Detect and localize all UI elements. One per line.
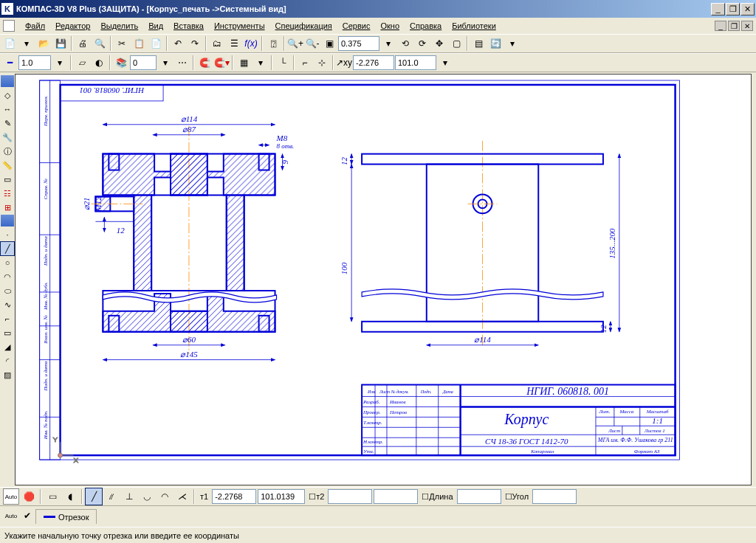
print-button[interactable]: 🖨: [75, 35, 91, 52]
t2-x-input[interactable]: [328, 489, 372, 504]
grid-button[interactable]: ▦: [236, 55, 252, 71]
linestyle-button[interactable]: ━: [1, 55, 18, 71]
dropdown-icon[interactable]: ▾: [380, 35, 396, 52]
zoom-input[interactable]: [338, 36, 379, 51]
layer-icon[interactable]: 📚: [113, 55, 129, 71]
seg-tangent2-button[interactable]: ◠: [157, 488, 173, 505]
snap-toggle-button[interactable]: 🧲: [196, 55, 213, 71]
symbols-tool[interactable]: ✎: [1, 117, 14, 130]
hatch-tool[interactable]: ▨: [1, 368, 14, 381]
params-tool[interactable]: ⓘ: [1, 145, 14, 158]
minimize-button[interactable]: _: [711, 3, 725, 15]
menu-insert[interactable]: Вставка: [169, 20, 208, 32]
dropdown-icon[interactable]: ▾: [18, 35, 35, 52]
seg-normal-button[interactable]: ╱: [86, 488, 102, 505]
t2-y-input[interactable]: [374, 489, 418, 504]
arc-tool[interactable]: ◠: [1, 270, 14, 283]
fillet-tool[interactable]: ◜: [1, 354, 14, 367]
length-checkbox[interactable]: ☐Длина: [419, 492, 455, 502]
angle-input[interactable]: [532, 489, 577, 504]
copy-button[interactable]: 📋: [131, 35, 147, 52]
t1-y-input[interactable]: [258, 489, 305, 504]
coord-mode-button[interactable]: ↗xy: [336, 55, 352, 71]
save-button[interactable]: 💾: [52, 35, 69, 52]
dimension-tool[interactable]: ↔: [1, 103, 14, 116]
menu-window[interactable]: Окно: [376, 20, 404, 32]
dropdown-icon[interactable]: ▾: [52, 55, 68, 71]
document-icon[interactable]: [3, 20, 15, 32]
spline-tool[interactable]: ∿: [1, 298, 14, 311]
zoom-next-button[interactable]: ⟳: [414, 35, 430, 52]
menu-view[interactable]: Вид: [144, 20, 168, 32]
dropdown-icon[interactable]: ▾: [252, 55, 269, 71]
menu-select[interactable]: Выделить: [96, 20, 142, 32]
autopanel-button[interactable]: Auto: [3, 508, 19, 524]
shade-button[interactable]: ◐: [91, 55, 107, 71]
manager-button[interactable]: 🗂: [209, 35, 225, 52]
linewidth-input[interactable]: [18, 55, 51, 70]
zoom-in-button[interactable]: 🔍+: [287, 35, 303, 52]
circle-tool[interactable]: ○: [1, 256, 14, 269]
assoc-tool[interactable]: ⊞: [1, 201, 14, 214]
tab-segment[interactable]: Отрезок: [35, 509, 97, 524]
dropdown-icon[interactable]: ▾: [437, 55, 453, 71]
length-input[interactable]: [457, 489, 501, 504]
geometry-tool[interactable]: ◇: [1, 89, 14, 102]
line-tool[interactable]: ╱: [1, 242, 14, 255]
point-tool[interactable]: ·: [1, 228, 14, 241]
stop-button[interactable]: 🛑: [21, 488, 37, 505]
zoom-prev-button[interactable]: ⟲: [397, 35, 413, 52]
coord-y-input[interactable]: [395, 55, 436, 70]
dropdown-icon[interactable]: ▾: [157, 55, 173, 71]
select-tool[interactable]: ▭: [1, 173, 14, 186]
menu-service[interactable]: Сервис: [338, 20, 375, 32]
layer-props-button[interactable]: ⋯: [174, 55, 190, 71]
measure-tool[interactable]: 📏: [1, 159, 14, 172]
refresh-button[interactable]: 🔄: [487, 35, 504, 52]
seg-parallel-button[interactable]: ⫽: [103, 488, 120, 505]
close-button[interactable]: ✕: [740, 3, 755, 15]
new-button[interactable]: 📄: [1, 35, 18, 52]
mdi-restore-button[interactable]: ❐: [728, 21, 740, 31]
zoom-fit-button[interactable]: ▢: [448, 35, 464, 52]
menu-spec[interactable]: Спецификация: [271, 20, 337, 32]
cut-button[interactable]: ✂: [114, 35, 130, 52]
layer-input[interactable]: [130, 55, 157, 70]
menu-tools[interactable]: Инструменты: [210, 20, 269, 32]
pan-button[interactable]: ✥: [431, 35, 447, 52]
undo-button[interactable]: ↶: [170, 35, 186, 52]
ortho-button[interactable]: └: [275, 55, 291, 71]
zoom-out-button[interactable]: 🔍-: [304, 35, 320, 52]
seg-perp-button[interactable]: ⊥: [121, 488, 137, 505]
open-button[interactable]: 📂: [35, 35, 52, 52]
snap-settings-button[interactable]: 🧲▾: [213, 55, 230, 71]
menu-file[interactable]: Файл: [21, 20, 49, 32]
pin-button[interactable]: ✔: [19, 508, 35, 524]
dropdown-icon[interactable]: ▾: [504, 35, 520, 52]
drawing-canvas[interactable]: Перв. примен. Справ. № Подп. и дата Инв.…: [15, 74, 752, 485]
rect-tool[interactable]: ▭: [1, 326, 14, 339]
redo-button[interactable]: ↷: [187, 35, 203, 52]
mdi-minimize-button[interactable]: _: [715, 21, 726, 31]
style-rect-button[interactable]: ▭: [44, 488, 61, 505]
t1-x-input[interactable]: [212, 489, 256, 504]
spec-tool[interactable]: ☷: [1, 187, 14, 200]
coord-x-input[interactable]: [353, 55, 394, 70]
polyline-tool[interactable]: ⌐: [1, 312, 14, 325]
flat-button[interactable]: ▱: [74, 55, 90, 71]
zoom-window-button[interactable]: ▣: [321, 35, 337, 52]
properties-button[interactable]: ☰: [226, 35, 242, 52]
ellipse-tool[interactable]: ⬭: [1, 284, 14, 297]
chamfer-tool[interactable]: ◢: [1, 340, 14, 353]
help-pointer-button[interactable]: ⍰: [265, 35, 281, 52]
variables-button[interactable]: f(x): [243, 35, 259, 52]
menu-libraries[interactable]: Библиотеки: [447, 20, 501, 32]
menu-edit[interactable]: Редактор: [51, 20, 94, 32]
paste-button[interactable]: 📄: [148, 35, 164, 52]
edit-tool[interactable]: 🔧: [1, 131, 14, 144]
mdi-close-button[interactable]: ✕: [741, 21, 753, 31]
style-roundrect-button[interactable]: ◖: [62, 488, 78, 505]
seg-bisector-button[interactable]: ⋌: [174, 488, 190, 505]
preview-button[interactable]: 🔍: [92, 35, 108, 52]
local-cs-button[interactable]: ⊹: [314, 55, 330, 71]
